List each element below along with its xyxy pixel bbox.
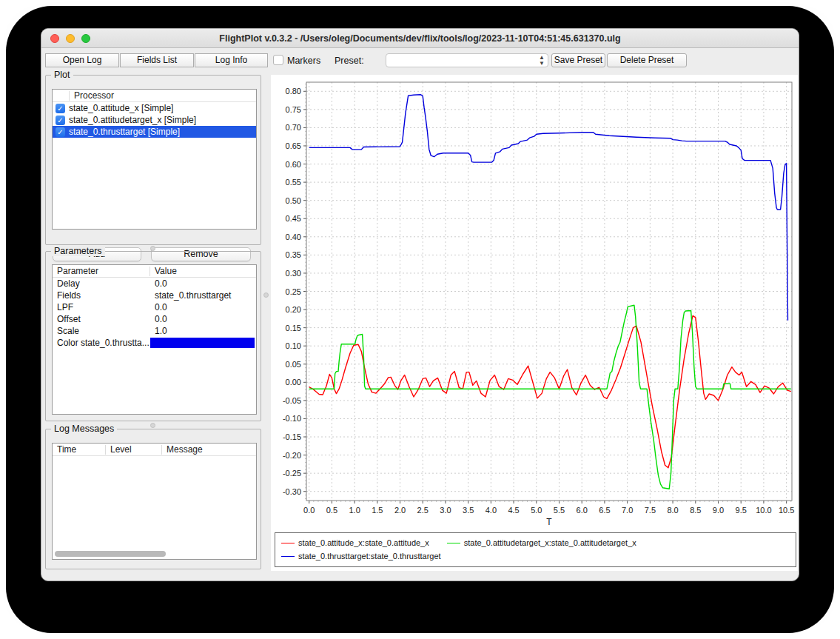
- legend-item: state_0.attitude_x:state_0.attitude_x: [281, 536, 429, 549]
- plot-series-row[interactable]: ✓state_0.thrusttarget [Simple]: [53, 126, 256, 138]
- svg-text:9.5: 9.5: [736, 506, 747, 515]
- chart-legend: state_0.attitude_x:state_0.attitude_xsta…: [275, 532, 796, 567]
- parameters-panel: Parameters Parameter Value Delay0.0Field…: [45, 251, 261, 421]
- plot-panel-title: Plot: [51, 70, 73, 80]
- svg-text:-0.15: -0.15: [283, 432, 301, 441]
- svg-text:-0.05: -0.05: [283, 396, 301, 405]
- plot-series-row[interactable]: ✓state_0.attitude_x [Simple]: [53, 102, 256, 114]
- svg-text:-0.20: -0.20: [283, 451, 301, 460]
- splitter-handle-top[interactable]: [150, 246, 155, 251]
- chart-axes: 0.00.51.01.52.02.53.03.54.04.55.05.56.06…: [283, 82, 794, 527]
- svg-text:8.0: 8.0: [667, 506, 678, 515]
- svg-text:3.0: 3.0: [440, 506, 451, 515]
- svg-text:-0.30: -0.30: [283, 487, 301, 496]
- series-label: state_0.attitudetarget_x [Simple]: [69, 115, 196, 125]
- titlebar[interactable]: FlightPlot v.0.3.2 - /Users/oleg/Documen…: [41, 29, 799, 48]
- x-axis-label: T: [546, 517, 552, 527]
- legend-line-swatch: [281, 543, 295, 543]
- svg-text:0.15: 0.15: [286, 324, 301, 332]
- series-checkbox[interactable]: ✓: [56, 116, 65, 125]
- save-preset-button[interactable]: Save Preset: [551, 53, 605, 67]
- series-line: [309, 315, 791, 467]
- svg-text:0.65: 0.65: [286, 141, 301, 150]
- delete-preset-button[interactable]: Delete Preset: [607, 53, 687, 67]
- svg-text:0.55: 0.55: [286, 178, 301, 187]
- column-header-message: Message: [162, 445, 203, 455]
- parameter-row: Delay0.0: [53, 278, 256, 290]
- legend-line-swatch: [281, 556, 295, 557]
- splitter-handle-vertical[interactable]: [263, 292, 269, 298]
- series-line: [309, 95, 788, 321]
- parameter-value[interactable]: state_0.thrusttarget: [150, 290, 256, 301]
- svg-text:0.75: 0.75: [286, 105, 301, 114]
- svg-text:2.5: 2.5: [417, 506, 429, 515]
- svg-text:10.5: 10.5: [779, 506, 794, 515]
- legend-label: state_0.thrusttarget:state_0.thrusttarge…: [298, 552, 441, 561]
- svg-text:0.40: 0.40: [286, 232, 301, 241]
- parameters-table[interactable]: Parameter Value Delay0.0Fieldsstate_0.th…: [52, 264, 257, 415]
- horizontal-scrollbar-thumb[interactable]: [55, 551, 166, 557]
- svg-text:0.10: 0.10: [286, 341, 301, 350]
- parameter-name: Color state_0.thrustta...: [53, 338, 150, 348]
- flight-plot-chart[interactable]: 0.00.51.01.52.02.53.03.54.04.55.05.56.06…: [271, 75, 798, 530]
- svg-text:0.50: 0.50: [286, 196, 301, 205]
- svg-text:0.60: 0.60: [286, 160, 301, 169]
- splitter-handle-bottom[interactable]: [150, 423, 155, 428]
- parameter-color-swatch[interactable]: [150, 338, 255, 348]
- log-info-button[interactable]: Log Info: [195, 53, 268, 67]
- preset-label: Preset:: [335, 56, 364, 66]
- parameter-value[interactable]: 0.0: [150, 302, 256, 312]
- parameter-row: Color state_0.thrustta...: [53, 337, 256, 349]
- svg-text:1.0: 1.0: [349, 506, 360, 515]
- svg-text:0.5: 0.5: [326, 506, 337, 515]
- series-label: state_0.thrusttarget [Simple]: [69, 127, 180, 137]
- svg-text:0.45: 0.45: [286, 214, 301, 223]
- parameter-value[interactable]: 0.0: [150, 314, 256, 324]
- svg-text:8.5: 8.5: [690, 506, 701, 515]
- column-header-time: Time: [53, 445, 106, 455]
- plot-series-list[interactable]: Processor ✓state_0.attitude_x [Simple]✓s…: [52, 89, 257, 230]
- svg-text:9.0: 9.0: [713, 506, 724, 515]
- plot-series-row[interactable]: ✓state_0.attitudetarget_x [Simple]: [53, 114, 256, 126]
- legend-label: state_0.attitudetarget_x:state_0.attitud…: [464, 538, 636, 547]
- markers-checkbox[interactable]: [273, 55, 283, 65]
- svg-text:7.0: 7.0: [622, 506, 633, 515]
- preset-select[interactable]: ▲▼: [386, 53, 548, 67]
- svg-text:-0.10: -0.10: [283, 414, 301, 423]
- parameter-name: Delay: [53, 278, 150, 289]
- svg-text:3.5: 3.5: [463, 506, 474, 515]
- log-messages-table[interactable]: Time Level Message: [52, 443, 257, 560]
- legend-item: state_0.attitudetarget_x:state_0.attitud…: [447, 536, 636, 549]
- column-header-parameter: Parameter: [53, 267, 150, 276]
- flightplot-window: FlightPlot v.0.3.2 - /Users/oleg/Documen…: [41, 28, 799, 581]
- svg-text:0.35: 0.35: [286, 250, 301, 259]
- series-label: state_0.attitude_x [Simple]: [69, 103, 173, 113]
- parameter-row: Offset0.0: [53, 313, 256, 325]
- parameter-name: Fields: [53, 290, 150, 301]
- svg-text:2.0: 2.0: [394, 506, 406, 515]
- column-header-processor: Processor: [69, 91, 114, 101]
- parameter-row: Scale1.0: [53, 325, 256, 337]
- parameter-value[interactable]: 1.0: [150, 326, 256, 336]
- svg-text:0.20: 0.20: [286, 305, 301, 314]
- series-checkbox[interactable]: ✓: [56, 127, 65, 137]
- svg-text:10.0: 10.0: [756, 506, 771, 515]
- svg-text:0.30: 0.30: [286, 269, 301, 278]
- log-messages-panel-title: Log Messages: [51, 424, 117, 434]
- fields-list-button[interactable]: Fields List: [120, 53, 194, 67]
- parameter-name: LPF: [53, 302, 150, 312]
- series-checkbox[interactable]: ✓: [56, 104, 65, 113]
- chart-grid: [306, 82, 792, 501]
- chart-panel: 0.00.51.01.52.02.53.03.54.04.55.05.56.06…: [271, 75, 798, 571]
- window-title: FlightPlot v.0.3.2 - /Users/oleg/Documen…: [41, 33, 799, 44]
- svg-text:0.70: 0.70: [286, 123, 301, 132]
- log-messages-panel: Log Messages Time Level Message: [45, 429, 261, 569]
- parameter-value[interactable]: 0.0: [150, 278, 256, 289]
- parameter-row: LPF0.0: [53, 301, 256, 313]
- preset-selected-value: [386, 56, 391, 67]
- svg-text:-0.25: -0.25: [283, 469, 301, 478]
- legend-label: state_0.attitude_x:state_0.attitude_x: [298, 538, 429, 547]
- open-log-button[interactable]: Open Log: [45, 53, 119, 67]
- column-header-level: Level: [106, 445, 162, 455]
- markers-label: Markers: [287, 56, 320, 66]
